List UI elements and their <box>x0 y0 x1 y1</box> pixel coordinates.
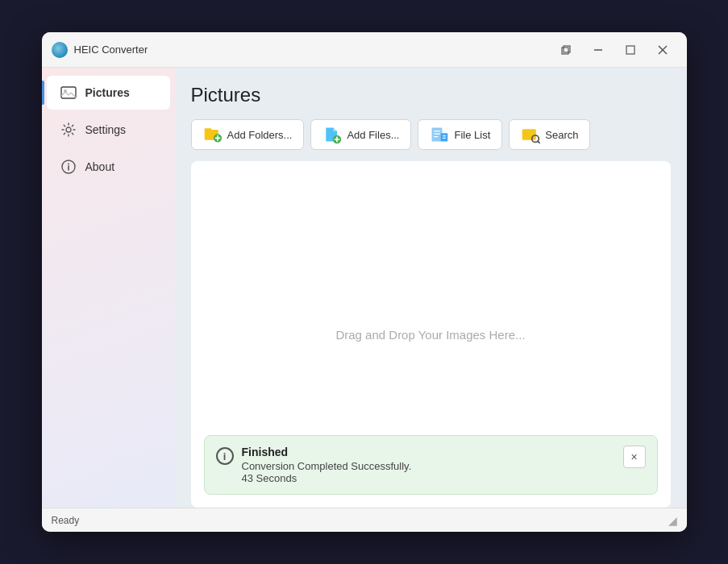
status-text: Ready <box>52 515 80 526</box>
main-panel: Pictures Add Folders... <box>175 68 687 508</box>
file-list-button[interactable]: File List <box>418 119 502 150</box>
svg-rect-0 <box>562 48 568 54</box>
close-icon <box>658 45 668 55</box>
settings-icon <box>60 121 77 139</box>
file-list-icon <box>430 125 449 144</box>
about-icon <box>60 158 77 176</box>
notification-message: Conversion Completed Successfully. <box>242 460 615 472</box>
sidebar: Pictures Settings <box>42 68 175 508</box>
sidebar-label-pictures: Pictures <box>85 86 130 99</box>
svg-rect-27 <box>522 129 536 140</box>
search-icon <box>521 125 540 144</box>
drop-zone[interactable]: Drag and Drop Your Images Here... i Fini… <box>191 161 671 508</box>
file-list-label: File List <box>454 129 490 141</box>
sidebar-item-about[interactable]: About <box>47 150 170 184</box>
svg-rect-13 <box>204 128 211 131</box>
minimize-button[interactable] <box>584 39 613 61</box>
sidebar-label-about: About <box>85 160 115 173</box>
add-folders-button[interactable]: Add Folders... <box>191 119 305 150</box>
add-files-button[interactable]: Add Files... <box>310 119 411 150</box>
add-files-label: Add Files... <box>347 129 399 141</box>
add-folders-icon <box>203 125 223 144</box>
toolbar: Add Folders... Add Files... <box>191 119 671 150</box>
content-area: Pictures Settings <box>42 68 687 508</box>
maximize-button[interactable] <box>616 39 645 61</box>
page-title: Pictures <box>191 84 671 106</box>
svg-rect-24 <box>441 133 448 141</box>
svg-rect-3 <box>626 46 634 54</box>
title-bar: HEIC Converter <box>42 32 687 68</box>
maximize-icon <box>626 45 635 55</box>
sidebar-item-settings[interactable]: Settings <box>47 113 170 147</box>
status-bar: Ready ◢ <box>42 508 687 532</box>
notification-info-icon: i <box>216 447 234 465</box>
svg-point-11 <box>68 164 69 165</box>
pictures-icon <box>60 84 77 102</box>
window-controls <box>551 39 677 61</box>
svg-point-8 <box>66 127 71 132</box>
notification-close-button[interactable]: × <box>623 446 646 468</box>
notification-title: Finished <box>242 446 615 458</box>
notification-time: 43 Seconds <box>242 472 615 484</box>
close-button[interactable] <box>648 39 677 61</box>
app-window: HEIC Converter <box>42 32 687 532</box>
svg-rect-6 <box>61 87 76 98</box>
add-folders-label: Add Folders... <box>227 129 293 141</box>
restore-button[interactable] <box>551 39 580 61</box>
sidebar-item-pictures[interactable]: Pictures <box>47 76 170 110</box>
sidebar-label-settings: Settings <box>85 123 127 136</box>
search-label: Search <box>545 129 578 141</box>
svg-rect-1 <box>564 46 570 52</box>
app-icon <box>52 42 68 58</box>
app-title: HEIC Converter <box>74 44 551 56</box>
notification-content: Finished Conversion Completed Successful… <box>242 446 615 484</box>
resize-handle: ◢ <box>668 514 677 527</box>
restore-icon <box>561 45 571 55</box>
svg-line-29 <box>538 141 539 143</box>
drop-zone-text: Drag and Drop Your Images Here... <box>335 328 525 342</box>
add-files-icon <box>322 125 342 144</box>
svg-rect-20 <box>432 127 443 141</box>
notification-toast: i Finished Conversion Completed Successf… <box>204 435 658 495</box>
search-button[interactable]: Search <box>509 119 590 150</box>
minimize-icon <box>593 45 603 55</box>
